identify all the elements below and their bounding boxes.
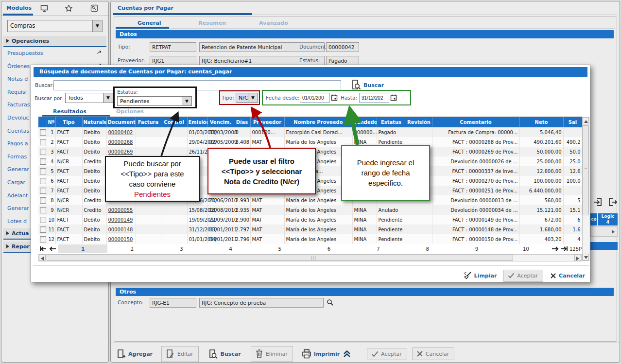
table-row[interactable]: 11FACTDebito0000014831/12/201003/01/2011… [38,225,582,234]
documento-link[interactable]: 00000150 [108,237,133,242]
column-header-Nombre Proveedo[interactable]: Nombre Proveedo [284,117,352,127]
row-checkbox[interactable] [40,158,46,165]
window-tab-cuentas-por-pagar[interactable]: Cuentas por Pagar [118,5,173,11]
column-header-Días[interactable]: Días [234,117,250,127]
chevron-down-icon[interactable]: ▼ [248,93,258,102]
export-icon[interactable] [593,197,604,208]
page-3[interactable]: 3 [157,244,206,253]
scroll-down-button[interactable] [583,254,589,260]
doc-search-icon[interactable] [351,79,361,90]
row-checkbox[interactable] [40,139,46,145]
documento-link[interactable]: 00000269 [108,149,133,155]
sidebar-item-pagos-a[interactable]: Pagos a [7,140,28,147]
cancelar-button[interactable]: Cancelar [412,347,455,360]
concepto-code-field[interactable]: RJG-E1 [150,298,196,308]
table-row[interactable]: 2FACTDebito0000026829/04/200902/05/20093… [38,137,582,147]
key-icon[interactable] [90,4,98,12]
buscar-button[interactable]: Buscar [363,82,384,88]
sidebar-item--rdenes[interactable]: Órdenes→ [7,63,30,69]
sidebar-section-operaciones[interactable]: Operaciones [3,36,106,47]
estatus-field[interactable]: Pagado [326,56,359,66]
table-row[interactable]: 1FACTDebito0000040201/03/200831/03/20080… [38,127,582,137]
next-page-icon[interactable] [552,246,559,252]
aceptar-button[interactable]: Aceptar [367,348,407,360]
sidebar-item-generar[interactable]: Generar [7,166,29,173]
dialog-aceptar-button[interactable]: Aceptar [503,270,543,282]
column-header-Revisión[interactable]: Revisión [406,117,432,127]
table-row[interactable]: 9N/CRCredito0000005515/08/201018/08/2010… [38,205,582,215]
chevron-down-icon[interactable]: ▼ [182,97,191,105]
documento-field[interactable]: 00000042 [326,42,359,52]
sidebar-item-lotes-d[interactable]: Lotes d [7,218,27,225]
column-header-Tipo[interactable]: Tipo [55,117,82,127]
horizontal-scrollbar[interactable]: ||| [38,254,582,261]
agregar-button[interactable]: Agregar [116,347,154,362]
tab-general[interactable]: General [138,20,161,26]
dialog-cancelar-button[interactable]: Cancelar [550,273,585,279]
documento-link[interactable]: 00000149 [108,217,133,223]
row-checkbox[interactable] [40,207,46,213]
buscar-por-select[interactable]: Todos ▼ [65,93,113,103]
sidebar-item-cuentas[interactable]: Cuentas [7,128,29,134]
buscar-input[interactable] [53,80,341,90]
column-header-Naturaleza[interactable]: Naturaleza [82,117,106,127]
chevron-down-icon[interactable]: ▼ [103,93,113,103]
row-checkbox[interactable] [40,149,46,155]
table-row[interactable]: 12FACTDebito0000015001/01/201104/01/2011… [38,234,582,244]
column-header-Nº[interactable]: Nº [47,117,55,127]
dialog-tab-resultados[interactable]: Resultados [53,108,86,115]
scroll-left-button[interactable] [39,255,46,261]
star-icon[interactable] [65,4,73,12]
row-checkbox[interactable] [40,178,46,184]
column-header-Factura[interactable]: Factura [136,117,161,127]
column-header-Proveedor[interactable]: Proveedor [250,117,284,127]
tipo-code-field[interactable]: RETPAT [150,42,196,52]
vertical-scrollbar[interactable]: ≡ [582,117,589,261]
sidebar-item-adelant[interactable]: Adelant [7,192,28,199]
fecha-desde-input[interactable] [300,93,330,103]
sidebar-item-generar[interactable]: Generar [7,205,29,211]
jump-arrow-icon[interactable]: → [95,48,103,56]
tab-modulos[interactable]: Módulos [6,5,32,11]
sidebar-item-formas[interactable]: Formas [7,154,27,160]
import-icon[interactable] [606,197,618,208]
tab-avanzado[interactable]: Avanzado [259,20,288,26]
scroll-right-button[interactable] [574,255,581,261]
proveedor-code-field[interactable]: RJG1 [150,56,196,66]
estatus-select[interactable]: Pendientes ▼ [117,96,192,106]
sidebar-item-notas-d[interactable]: Notas d [7,76,28,82]
chevron-down-icon[interactable]: ▼ [92,20,102,32]
column-header-Neto[interactable]: Neto [519,117,563,127]
editar-button[interactable]: Editar [161,346,199,362]
row-checkbox[interactable] [40,226,46,233]
row-checkbox[interactable] [40,197,46,204]
scroll-up-button[interactable] [583,118,589,124]
horizontal-scroll-thumb[interactable] [47,255,513,261]
page-1[interactable]: 1 [58,244,107,253]
column-header-Estatus[interactable]: Estatus [377,117,406,127]
column-header-Sal[interactable]: Sal [563,117,582,127]
page-5[interactable]: 5 [255,244,304,253]
calendar-icon[interactable] [331,94,338,101]
column-header-Vendedor[interactable]: Vendedor [352,117,377,127]
first-page-icon[interactable] [39,246,47,252]
sidebar-item-presupuestos[interactable]: Presupuestos→ [7,50,43,56]
imprimir-button[interactable]: Imprimir [301,347,341,361]
module-select[interactable]: Compras ▼ [7,20,103,32]
documento-link[interactable]: 00000268 [108,139,133,145]
column-header-checkbox[interactable] [38,117,47,127]
prev-page-icon[interactable] [49,246,56,252]
buscar-button[interactable]: Buscar [207,347,242,362]
row-checkbox[interactable] [40,188,46,194]
tab-resumen[interactable]: Resumen [198,20,226,26]
eliminar-button[interactable]: Eliminar [251,346,293,362]
documento-link[interactable]: 00000402 [108,130,133,135]
page-7[interactable]: 7 [354,244,403,253]
sidebar-item-cargar[interactable]: Cargar [7,179,25,186]
limpiar-button[interactable]: Limpiar [463,271,497,280]
sidebar-item-devoluc[interactable]: Devoluc [7,115,29,121]
table-row[interactable]: 10FACTDebito0000014919/09/201022/09/2010… [38,215,582,225]
page-2[interactable]: 2 [107,244,156,253]
column-header-Emisión[interactable]: Emisión [187,117,207,127]
hasta-input[interactable] [359,93,389,103]
